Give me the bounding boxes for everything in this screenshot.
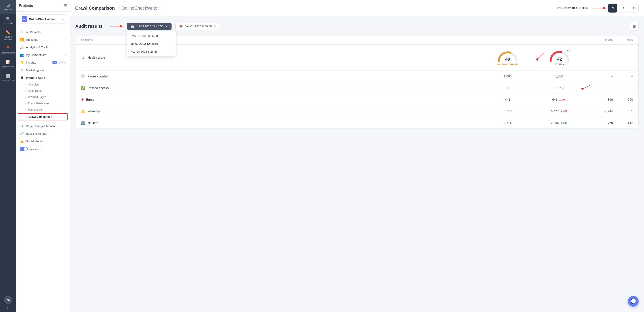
topbar-subtitle: OnlineCheckWriter xyxy=(121,5,159,10)
sidebar-item-insights[interactable]: ✨ Insights 21 Beta xyxy=(16,59,70,66)
last-update-text: Last update Dec-01 2023 xyxy=(557,6,588,10)
content-area: Audit results 📅 Jul-03 2023 12:40:55 ▲ D… xyxy=(70,16,644,312)
date-button-right[interactable]: 📅 Dec-01 2023 8:06:58 ▼ xyxy=(175,22,220,30)
sidebar-header: Projects ☰ xyxy=(16,0,70,12)
notices-delta: ▼ 348 xyxy=(560,122,567,124)
date-button-left[interactable]: 📅 Jul-03 2023 12:40:55 ▲ xyxy=(127,22,172,30)
found-links-label: Found Links xyxy=(28,108,42,111)
gauge-score-42: 42 ♥ 7 AT RISK xyxy=(548,49,571,66)
thermometer-icon: 🌡️ xyxy=(81,55,85,59)
date-option-0[interactable]: Dec-01 2023 8:06:58 xyxy=(127,32,176,40)
project-selector[interactable]: OCW OnlineCheckWriter ⌄ xyxy=(19,14,67,24)
sidebar-item-page-changes-monitor[interactable]: ⊡ Page Changes Monitor xyxy=(16,122,70,130)
errors-label: ⊗ Errors xyxy=(81,97,485,102)
backlink-monitor-icon: 🔗 xyxy=(20,132,24,135)
page-changes-label: Page Changes Monitor xyxy=(26,124,66,128)
audit-arrow-annotation xyxy=(110,23,123,29)
chevron-down-icon: ▼ xyxy=(214,25,216,28)
info-icon: ℹ️ xyxy=(81,121,85,125)
sidebar-subitem-crawled-pages[interactable]: Crawled Pages xyxy=(16,94,70,100)
crawl-comparison-label: Crawl Comparison xyxy=(28,115,52,118)
sidebar-item-marketing-plan[interactable]: 🗂 Marketing Plan xyxy=(16,66,70,74)
new-menu-toggle[interactable] xyxy=(20,147,28,151)
website-audit-chevron-icon: ⌄ xyxy=(64,76,66,79)
insights-label: Insights xyxy=(26,61,50,64)
nav-seo-tools[interactable]: 🔍 SEO Tools xyxy=(0,14,16,27)
heart-icon-checks: ♥ xyxy=(560,87,561,89)
local-marketing-icon: 📍 xyxy=(6,46,10,51)
sidebar-subitem-found-resources[interactable]: Found Resources xyxy=(16,100,70,106)
user-settings-icon[interactable]: ⚙ xyxy=(7,306,10,309)
errors-fixed: 360 xyxy=(588,98,613,101)
sidebar-subitem-found-links[interactable]: Found Links xyxy=(16,106,70,113)
passed-checks-delta: 4 xyxy=(562,87,564,89)
date-option-1[interactable]: Jul-03 2023 12:40:55 xyxy=(127,40,176,48)
table-row-pages-crawled: 📄 Pages crawled 1,000 1,000 – – xyxy=(76,70,638,82)
website-audit-label: Website Audit xyxy=(26,76,62,79)
svg-text:OCW: OCW xyxy=(23,18,26,20)
sidebar-subitem-issue-report[interactable]: Issue Report xyxy=(16,88,70,94)
issue-report-dot xyxy=(25,90,26,91)
sidebar-item-backlink-monitor[interactable]: 🔗 Backlink Monitor › xyxy=(16,130,70,137)
selected-date-text: Jul-03 2023 12:40:55 xyxy=(136,25,163,28)
nav-content-marketing[interactable]: ✏️ Content Marketing xyxy=(0,27,16,43)
audit-header: Audit results 📅 Jul-03 2023 12:40:55 ▲ D… xyxy=(75,22,639,31)
refresh-button[interactable]: ↻ xyxy=(608,3,617,12)
sidebar-item-analytics-traffic[interactable]: 📈 Analytics & Traffic › xyxy=(16,43,70,51)
report-builder-icon: 📊 xyxy=(6,59,10,64)
gauge-42-label: AT RISK xyxy=(555,63,564,66)
agency-pack-icon: 🏢 xyxy=(6,73,10,78)
passed-checks-new: – xyxy=(613,86,633,90)
sidebar-item-social-media[interactable]: 👍 Social Media › xyxy=(16,137,70,145)
user-avatar[interactable]: YK xyxy=(4,296,12,304)
sidebar-item-all-projects[interactable]: ⌂ All Projects xyxy=(16,28,70,36)
crawl-comparison-dot xyxy=(26,116,27,117)
svg-marker-5 xyxy=(120,25,123,27)
crawled-pages-label: Crawled Pages xyxy=(28,96,46,99)
filter-button[interactable]: ⊟ xyxy=(630,22,639,31)
date-selector-left: 📅 Jul-03 2023 12:40:55 ▲ Dec-01 2023 8:0… xyxy=(127,22,172,30)
nav-agency-pack[interactable]: 🏢 Agency Pack xyxy=(0,70,16,84)
insights-beta-badge: Beta xyxy=(59,61,66,64)
sidebar-item-rankings[interactable]: 📶 Rankings › xyxy=(16,36,70,43)
pages-crawled-fixed: – xyxy=(588,74,613,78)
sidebar-subitem-overview[interactable]: Overview xyxy=(16,81,70,88)
notices-fixed: 1,760 xyxy=(588,121,613,125)
notices-new: 1,412 xyxy=(613,121,633,125)
gear-icon: ⚙ xyxy=(632,6,636,10)
social-media-icon: 👍 xyxy=(20,139,24,143)
last-update-date: Dec-01 2023 xyxy=(572,6,588,10)
score-delta-value: 7 xyxy=(568,49,570,52)
project-icon: OCW xyxy=(22,16,27,22)
settings-button[interactable]: ⚙ xyxy=(630,3,639,12)
project-chevron-icon: ⌄ xyxy=(62,17,64,20)
heart-icon: ♥ xyxy=(567,49,568,52)
analytics-chevron-icon: › xyxy=(66,46,66,48)
pages-crawled-label: 📄 Pages crawled xyxy=(81,74,485,78)
warnings-val1: 6,116 xyxy=(485,109,530,113)
new-menu-toggle-row: New Menu UI xyxy=(16,145,70,153)
nav-local-marketing[interactable]: 📍 Local Marketing xyxy=(0,43,16,57)
backlink-chevron-icon: › xyxy=(66,132,66,135)
sidebar-menu-icon[interactable]: ☰ xyxy=(64,3,67,8)
seo-tools-label: SEO Tools xyxy=(3,22,13,25)
sidebar-subitem-crawl-comparison[interactable]: Crawl Comparison xyxy=(18,113,68,120)
nav-report-builder[interactable]: 📊 Report Builder xyxy=(0,57,16,70)
date-selector-right: 📅 Dec-01 2023 8:06:58 ▼ xyxy=(175,22,220,30)
date-dropdown: Dec-01 2023 8:06:58 Jul-03 2023 12:40:55… xyxy=(127,31,176,57)
rankings-label: Rankings xyxy=(26,38,63,41)
warnings-delta: ▲ 311 xyxy=(560,110,567,113)
rankings-chevron-icon: › xyxy=(66,38,66,41)
found-resources-label: Found Resources xyxy=(28,102,49,105)
competitors-icon: 👥 xyxy=(20,53,24,57)
nav-projects[interactable]: ⊞ Projects xyxy=(0,0,16,14)
date-option-2[interactable]: Mar-28 2023 8:26:48 xyxy=(127,48,176,55)
sidebar-item-website-audit[interactable]: 🖥 Website Audit ⌄ xyxy=(16,74,70,81)
error-icon: ⊗ xyxy=(81,97,84,102)
gauge-score-49: 49 HALFWAY THERE xyxy=(485,49,530,66)
chat-bubble[interactable]: 💬 xyxy=(628,296,639,307)
notices-val2: 2,366 ▼ 348 xyxy=(530,121,588,125)
topbar-right: Last update Dec-01 2023 ↻ ⚭ ⚙ xyxy=(557,3,639,12)
sidebar-item-my-competitors[interactable]: 👥 My Competitors › xyxy=(16,51,70,59)
link-button[interactable]: ⚭ xyxy=(619,3,628,12)
